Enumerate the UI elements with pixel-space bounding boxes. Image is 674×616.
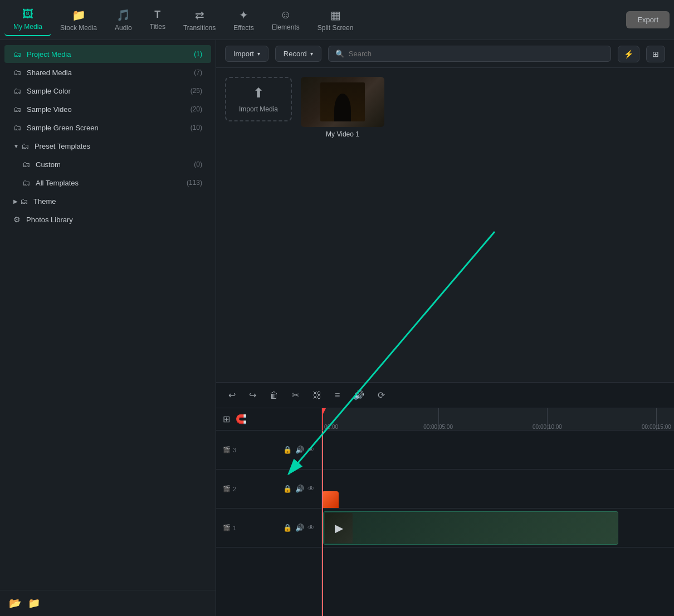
nav-item-effects[interactable]: ✦ Effects <box>224 4 262 36</box>
record-chevron-icon: ▾ <box>310 51 313 57</box>
align-button[interactable]: ≡ <box>331 388 343 403</box>
export-button[interactable]: Export <box>626 11 670 28</box>
sidebar-count-custom: (0) <box>194 160 202 168</box>
lock-icon-1[interactable]: 🔒 <box>283 524 292 532</box>
track-row-2[interactable] <box>322 470 674 509</box>
sidebar-item-custom[interactable]: 🗂 Custom (0) <box>4 155 211 173</box>
sidebar-item-all-templates[interactable]: 🗂 All Templates (113) <box>4 174 211 192</box>
nav-label-split-screen: Split Screen <box>318 24 354 32</box>
right-content: Import ▾ Record ▾ 🔍 ⚡ ⊞ ⬆ <box>216 40 674 616</box>
sidebar-item-sample-color[interactable]: 🗂 Sample Color (25) <box>4 82 211 100</box>
media-item-my-video-1[interactable]: My Video 1 <box>301 77 384 138</box>
ruler-mark-0: 00:00 <box>322 424 338 430</box>
record-button[interactable]: Record ▾ <box>275 46 321 62</box>
sidebar-label-sample-color: Sample Color <box>27 87 191 95</box>
track-row-3[interactable] <box>322 431 674 470</box>
lock-icon-3[interactable]: 🔒 <box>283 446 292 454</box>
timeline-toolbar: ↩ ↪ 🗑 ✂ ⛓ ≡ 🔊 ⟳ <box>216 383 674 408</box>
folder-icon-preset-templates: 🗂 <box>21 141 29 150</box>
import-media-button[interactable]: ⬆ Import Media <box>225 77 292 121</box>
nav-item-my-media[interactable]: 🖼 My Media <box>4 3 51 36</box>
sidebar-count-sample-green-screen: (10) <box>191 124 202 131</box>
track-number-2: 🎬 2 <box>223 485 236 492</box>
sidebar-label-theme: Theme <box>33 197 202 206</box>
sidebar-label-sample-video: Sample Video <box>27 105 191 114</box>
audio-icon: 🎵 <box>116 8 130 22</box>
nav-item-stock-media[interactable]: 📁 Stock Media <box>51 4 106 36</box>
nav-item-transitions[interactable]: ⇄ Transitions <box>174 4 224 36</box>
sidebar-item-sample-green-screen[interactable]: 🗂 Sample Green Screen (10) <box>4 119 211 136</box>
video-track-icon-3: 🎬 <box>223 446 231 453</box>
speed-button[interactable]: ⟳ <box>374 388 388 403</box>
eye-icon-1[interactable]: 👁 <box>307 524 315 532</box>
media-toolbar: Import ▾ Record ▾ 🔍 ⚡ ⊞ <box>216 40 674 68</box>
audio-icon-2[interactable]: 🔊 <box>295 485 304 493</box>
undo-button[interactable]: ↩ <box>225 388 239 403</box>
grid-icon: ⊞ <box>652 50 659 58</box>
nav-item-elements[interactable]: ☺ Elements <box>263 4 309 36</box>
track-controls-3: 🔒 🔊 👁 <box>283 446 315 454</box>
track-label-1: 🎬 1 🔒 🔊 👁 <box>216 509 321 547</box>
chevron-right-icon: ▶ <box>13 198 18 204</box>
timeline-ruler: 00:00 00:00:05:00 00:00:10:00 <box>322 408 674 431</box>
video-track-icon-1: 🎬 <box>223 524 231 531</box>
nav-item-audio[interactable]: 🎵 Audio <box>106 4 141 36</box>
sidebar-count-all-templates: (113) <box>187 179 202 187</box>
nav-label-elements: Elements <box>272 23 300 31</box>
audio-icon-3[interactable]: 🔊 <box>295 446 304 454</box>
audio-icon-1[interactable]: 🔊 <box>295 524 304 532</box>
eye-icon-3[interactable]: 👁 <box>307 446 315 454</box>
search-input[interactable] <box>349 50 604 58</box>
track-row-1[interactable]: ▶ <box>322 509 674 547</box>
timeline-track-labels: 🎬 3 🔒 🔊 👁 <box>216 431 321 616</box>
my-media-icon: 🖼 <box>22 8 33 21</box>
folder-icon-sample-green-screen: 🗂 <box>13 123 21 132</box>
sidebar-count-shared-media: (7) <box>194 69 202 76</box>
delete-button[interactable]: 🗑 <box>266 388 282 403</box>
sidebar-item-photos-library[interactable]: ⚙ Photos Library <box>4 211 211 228</box>
nav-item-split-screen[interactable]: ▦ Split Screen <box>309 4 363 36</box>
clip-play-icon: ▶ <box>335 521 343 535</box>
grid-view-button[interactable]: ⊞ <box>646 46 665 62</box>
search-bar[interactable]: 🔍 <box>328 46 611 62</box>
nav-item-titles[interactable]: T Titles <box>141 4 174 35</box>
sidebar-label-all-templates: All Templates <box>36 179 187 187</box>
nav-label-audio: Audio <box>115 24 132 32</box>
sidebar-label-project-media: Project Media <box>27 50 194 58</box>
redo-button[interactable]: ↪ <box>246 388 260 403</box>
track-number-1: 🎬 1 <box>223 524 236 531</box>
lock-icon-2[interactable]: 🔒 <box>283 485 292 493</box>
search-icon: 🔍 <box>335 50 344 58</box>
upload-icon: ⬆ <box>253 85 264 101</box>
ruler-mark-1: 00:00:05:00 <box>423 424 453 430</box>
unlink-button[interactable]: ⛓ <box>309 388 325 403</box>
sidebar-label-shared-media: Shared Media <box>27 69 194 77</box>
sidebar-content: 🗂 Project Media (1) 🗂 Shared Media (7) 🗂… <box>0 40 216 590</box>
sidebar-item-project-media[interactable]: 🗂 Project Media (1) <box>4 45 211 63</box>
track-clip-1[interactable]: ▶ <box>323 511 618 545</box>
folder-icon-shared-media: 🗂 <box>13 68 21 77</box>
audio-button[interactable]: 🔊 <box>350 388 368 403</box>
gear-icon: ⚙ <box>13 215 21 224</box>
eye-icon-2[interactable]: 👁 <box>307 485 315 493</box>
sidebar-label-photos-library: Photos Library <box>26 216 202 224</box>
sidebar-count-project-media: (1) <box>194 50 202 58</box>
filter-button[interactable]: ⚡ <box>618 46 639 62</box>
scissors-button[interactable]: ✂ <box>289 388 302 403</box>
new-folder-icon[interactable]: 📂 <box>9 597 21 609</box>
folder-icon[interactable]: 📁 <box>28 597 40 609</box>
sidebar-item-preset-templates[interactable]: ▼ 🗂 Preset Templates <box>4 137 211 155</box>
playhead[interactable] <box>322 408 323 430</box>
import-button[interactable]: Import ▾ <box>225 46 268 62</box>
record-label: Record <box>284 50 307 58</box>
sidebar-item-theme[interactable]: ▶ 🗂 Theme <box>4 192 211 210</box>
clip-inner-1: ▶ <box>324 512 618 544</box>
add-track-icon[interactable]: ⊞ <box>223 414 230 424</box>
sidebar-bottom: 📂 📁 <box>0 590 216 616</box>
track-controls-1: 🔒 🔊 👁 <box>283 524 315 532</box>
ruler-mark-3: 00:00:15:00 <box>642 424 671 430</box>
sidebar-item-sample-video[interactable]: 🗂 Sample Video (20) <box>4 100 211 118</box>
sidebar-item-shared-media[interactable]: 🗂 Shared Media (7) <box>4 63 211 81</box>
track-controls-2: 🔒 🔊 👁 <box>283 485 315 493</box>
magnet-icon[interactable]: 🧲 <box>236 414 247 424</box>
